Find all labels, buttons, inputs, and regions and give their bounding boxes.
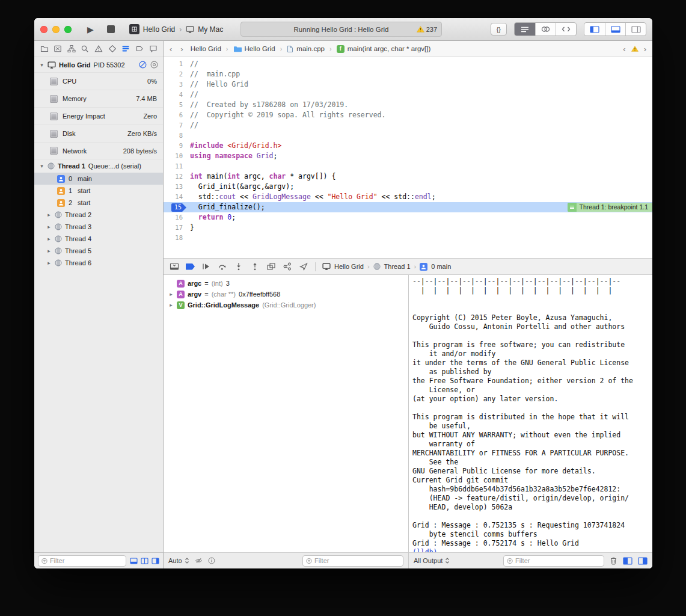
variable-row-grid-gridlogmessage[interactable]: ▸ V Grid::GridLogMessage (Grid::GridLogg… [164, 300, 408, 310]
disclosure-triangle[interactable]: ▸ [168, 291, 174, 297]
navigator-filter-input[interactable] [50, 557, 123, 564]
code-line-15[interactable]: 15 Grid_finalize();Thread 1: breakpoint … [164, 202, 652, 212]
line-number[interactable]: 18 [164, 233, 190, 243]
thread-1-row[interactable]: ▾ Thread 1 Queue:...d (serial) [34, 159, 163, 173]
show-values-icon[interactable] [195, 557, 203, 564]
close-window-button[interactable] [40, 26, 47, 33]
show-filtered-threads-button[interactable] [152, 558, 159, 564]
disclosure-triangle[interactable]: ▸ [46, 260, 52, 266]
process-row[interactable]: ▾ Hello Grid PID 55302 [34, 57, 163, 72]
code-line-17[interactable]: 17} [164, 223, 652, 233]
jumpbar-crumb-project[interactable]: Hello Grid [191, 45, 221, 52]
code-line-16[interactable]: 16 return 0; [164, 212, 652, 223]
console-output-area[interactable]: --|--|--|--|--|--|--|--|--|--|--|--|--|-… [409, 275, 652, 552]
line-number[interactable]: 17 [164, 223, 190, 233]
warning-icon[interactable] [631, 46, 639, 52]
line-number[interactable]: 8 [164, 131, 190, 141]
info-icon[interactable] [208, 557, 215, 564]
jumpbar-crumb-group[interactable]: Hello Grid [233, 45, 275, 52]
gauge-row-energy-impact[interactable]: Energy Impact Zero [34, 107, 163, 125]
thread-row-thread-6[interactable]: ▸ Thread 6 [34, 257, 163, 269]
code-text[interactable]: #include <Grid/Grid.h> [190, 141, 281, 151]
view-mode-button[interactable] [141, 558, 149, 564]
debug-crumb-process[interactable]: Hello Grid [334, 263, 364, 270]
code-line-5[interactable]: 5// Created by s1786208 on 17/03/2019. [164, 100, 652, 110]
show-crashed-threads-button[interactable] [130, 558, 138, 564]
source-control-navigator-tab[interactable] [53, 44, 63, 54]
code-line-10[interactable]: 10using namespace Grid; [164, 151, 652, 161]
gauge-row-memory[interactable]: Memory 7.4 MB [34, 90, 163, 107]
code-line-2[interactable]: 2// main.cpp [164, 69, 652, 79]
previous-issue-button[interactable]: ‹ [623, 45, 625, 54]
back-button[interactable]: ‹ [170, 45, 172, 54]
line-number[interactable]: 10 [164, 151, 190, 161]
standard-editor-button[interactable] [515, 23, 535, 35]
stack-frame-0-main[interactable]: 0 main [34, 173, 163, 185]
line-number[interactable]: 14 [164, 192, 190, 202]
toggle-navigator-button[interactable] [584, 23, 605, 35]
variables-filter-input[interactable] [314, 557, 400, 564]
jumpbar-crumb-file[interactable]: main.cpp [287, 45, 325, 53]
code-line-12[interactable]: 12int main(int argc, char * argv[]) { [164, 171, 652, 182]
code-line-3[interactable]: 3// Hello Grid [164, 79, 652, 90]
simulate-location-button[interactable] [299, 262, 308, 271]
code-line-14[interactable]: 14 std::cout << GridLogMessage << "Hello… [164, 192, 652, 202]
breakpoint-navigator-tab[interactable] [134, 44, 144, 54]
issue-navigator-tab[interactable] [94, 44, 104, 54]
breakpoints-toggle-button[interactable] [186, 263, 195, 270]
debug-view-hierarchy-button[interactable] [266, 262, 276, 271]
show-console-button[interactable] [638, 557, 648, 565]
source-editor[interactable]: 1//2// main.cpp3// Hello Grid4//5// Crea… [164, 57, 652, 258]
thread-row-thread-5[interactable]: ▸ Thread 5 [34, 245, 163, 257]
code-line-9[interactable]: 9#include <Grid/Grid.h> [164, 141, 652, 151]
code-text[interactable]: // Hello Grid [190, 79, 248, 90]
code-line-11[interactable]: 11 [164, 161, 652, 171]
thread-row-thread-3[interactable]: ▸ Thread 3 [34, 221, 163, 233]
code-text[interactable]: int main(int argc, char * argv[]) { [190, 171, 335, 182]
test-navigator-tab[interactable] [107, 44, 117, 54]
line-number[interactable]: 13 [164, 182, 190, 192]
code-text[interactable]: using namespace Grid; [190, 151, 277, 161]
line-number[interactable]: 3 [164, 79, 190, 90]
toggle-debug-area-button[interactable] [605, 23, 625, 35]
line-number[interactable]: 6 [164, 110, 190, 120]
library-button[interactable]: {} [491, 23, 507, 35]
process-view-icon[interactable] [150, 61, 158, 69]
line-number[interactable]: 11 [164, 161, 190, 171]
show-variables-view-button[interactable] [623, 557, 632, 565]
variable-row-argc[interactable]: A argc = (int) 3 [164, 278, 408, 289]
thread-row-thread-2[interactable]: ▸ Thread 2 [34, 209, 163, 221]
line-number[interactable]: 16 [164, 212, 190, 223]
pause-process-icon[interactable] [139, 61, 147, 69]
variables-filter-field[interactable] [302, 555, 403, 567]
debug-crumb-frame[interactable]: 0 main [431, 263, 451, 270]
disclosure-triangle[interactable]: ▾ [39, 163, 44, 169]
step-into-button[interactable] [234, 262, 243, 271]
stack-frame-1-start[interactable]: 1 start [34, 185, 163, 197]
code-text[interactable]: return 0; [190, 212, 236, 223]
code-text[interactable]: // Copyright © 2019 sopa. All rights res… [190, 110, 385, 120]
zoom-window-button[interactable] [64, 26, 72, 33]
line-number[interactable]: 1 [164, 59, 190, 69]
gauge-row-disk[interactable]: Disk Zero KB/s [34, 125, 163, 142]
breakpoint-annotation[interactable]: Thread 1: breakpoint 1.1 [568, 203, 652, 212]
line-number[interactable]: 9 [164, 141, 190, 151]
gauge-row-cpu[interactable]: CPU 0% [34, 72, 163, 90]
code-line-4[interactable]: 4// [164, 90, 652, 100]
console-filter-input[interactable] [515, 557, 601, 564]
warning-count-badge[interactable]: 237 [417, 26, 437, 33]
run-button[interactable]: ▶ [87, 25, 94, 34]
code-line-8[interactable]: 8 [164, 131, 652, 141]
disclosure-triangle[interactable]: ▾ [39, 62, 44, 68]
assistant-editor-button[interactable] [535, 23, 556, 35]
code-text[interactable]: // main.cpp [190, 69, 240, 79]
line-number[interactable]: 2 [164, 69, 190, 79]
line-number[interactable]: 5 [164, 100, 190, 110]
code-line-1[interactable]: 1// [164, 59, 652, 69]
line-number[interactable]: 7 [164, 120, 190, 131]
forward-button[interactable]: › [180, 45, 183, 54]
disclosure-triangle[interactable]: ▸ [46, 224, 52, 230]
code-text[interactable]: Grid_finalize(); [190, 202, 265, 212]
console-scope-popup[interactable]: All Output [414, 557, 450, 564]
line-number[interactable]: 4 [164, 90, 190, 100]
